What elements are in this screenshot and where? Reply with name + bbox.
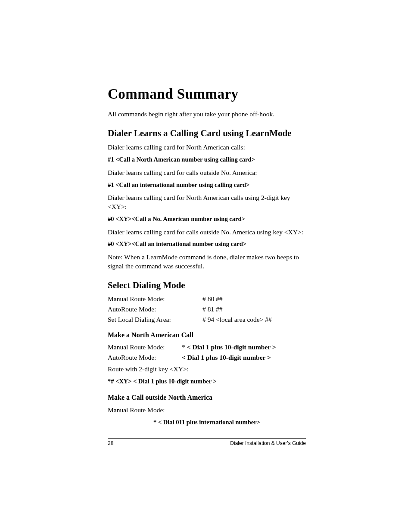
learnmode-cmd-3: #0 <XY><Call a No. American number using… — [108, 215, 306, 224]
section-na-call-heading: Make a North American Call — [108, 331, 306, 339]
na-call-star: * — [182, 343, 185, 351]
learnmode-desc-1: Dialer learns calling card for North Ame… — [108, 143, 306, 152]
na-call-value: < Dial 1 plus 10-digit number > — [182, 354, 306, 361]
section-learnmode-heading: Dialer Learns a Calling Card using Learn… — [108, 128, 306, 139]
page-footer: 28 Dialer Installation & User's Guide — [108, 438, 306, 446]
na-call-cmd: *# <XY> < Dial 1 plus 10-digit number > — [108, 377, 306, 386]
page-title: Command Summary — [108, 86, 306, 102]
page-number: 28 — [108, 440, 113, 446]
learnmode-note: Note: When a LearnMode command is done, … — [108, 253, 306, 271]
mode-row: Manual Route Mode: # 80 ## — [108, 295, 306, 303]
mode-label: Set Local Dialing Area: — [108, 316, 202, 324]
na-call-row: AutoRoute Mode: < Dial 1 plus 10-digit n… — [108, 354, 306, 361]
intro-text: All commands begin right after you take … — [108, 110, 306, 119]
section-intl-call-heading: Make a Call outside North America — [108, 394, 306, 401]
section-dialing-mode-heading: Select Dialing Mode — [108, 280, 306, 291]
mode-value: # 80 ## — [202, 295, 306, 303]
mode-value: # 94 <local area code> ## — [202, 316, 306, 324]
mode-row: AutoRoute Mode: # 81 ## — [108, 305, 306, 313]
intl-call-cmd: * < Dial 011 plus international number> — [108, 418, 306, 427]
learnmode-cmd-4: #0 <XY><Call an international number usi… — [108, 240, 306, 249]
na-call-value: < Dial 1 plus 10-digit number > — [187, 343, 306, 351]
intl-call-desc: Manual Route Mode: — [108, 406, 306, 415]
mode-label: AutoRoute Mode: — [108, 305, 202, 313]
mode-value: # 81 ## — [202, 305, 306, 313]
na-call-label: Manual Route Mode: — [108, 343, 182, 351]
footer-title: Dialer Installation & User's Guide — [230, 440, 306, 446]
mode-row: Set Local Dialing Area: # 94 <local area… — [108, 316, 306, 324]
learnmode-desc-3: Dialer learns calling card for North Ame… — [108, 193, 306, 212]
learnmode-cmd-1: #1 <Call a North American number using c… — [108, 156, 306, 164]
mode-label: Manual Route Mode: — [108, 295, 202, 303]
na-call-desc: Route with 2-digit key <XY>: — [108, 365, 306, 374]
learnmode-cmd-2: #1 <Call an international number using c… — [108, 181, 306, 190]
learnmode-desc-4: Dialer learns calling card for calls out… — [108, 228, 306, 237]
na-call-row: Manual Route Mode: * < Dial 1 plus 10-di… — [108, 343, 306, 351]
na-call-label: AutoRoute Mode: — [108, 354, 182, 361]
learnmode-desc-2: Dialer learns calling card for calls out… — [108, 168, 306, 177]
